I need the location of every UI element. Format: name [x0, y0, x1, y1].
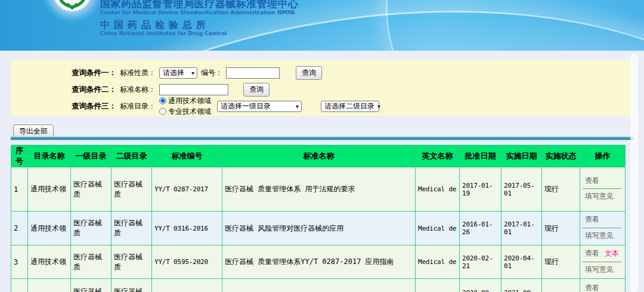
cell-approve-date: 2017-01-19: [460, 167, 501, 212]
search-panel: 查询条件一： 标准性质： 请选择 ▾ 编号： 查询 查询条件二： 标准名称： 查…: [11, 60, 633, 116]
view-link[interactable]: 查看: [585, 176, 599, 186]
cell-impl-date: 2020-04-01: [501, 246, 542, 279]
column-header-seq: 序号: [11, 145, 28, 167]
condition-1-label: 查询条件一：: [72, 68, 116, 78]
cell-impl-date: 2017-05-01: [501, 167, 542, 212]
radio-general-tech-domain[interactable]: 通用技术领域: [159, 96, 211, 106]
cell-std-no: YY/T 0316-2016: [152, 212, 222, 246]
chevron-down-icon: ▾: [191, 70, 194, 76]
page: 国家药品监督管理局医疗器械标准管理中心 Center for Medical D…: [0, 0, 644, 292]
feedback-link[interactable]: 填写意见: [585, 231, 614, 240]
std-nature-select-value: 请选择: [163, 68, 184, 78]
level2-catalog-select[interactable]: 请选择二级目录 ▾: [321, 101, 379, 112]
org-titles: 国家药品监督管理局医疗器械标准管理中心 Center for Medical D…: [100, 0, 299, 37]
cell-approve-date: 2016-01-26: [460, 212, 501, 246]
site-header: 国家药品监督管理局医疗器械标准管理中心 Center for Medical D…: [0, 0, 644, 51]
cell-std-name: 医疗器械 风险管理对医疗器械的应用: [222, 212, 416, 246]
view-link[interactable]: 查看: [585, 249, 599, 259]
table-row: 3 通用技术领 医疗器械质 医疗器械质 YY/T 0595-2020 医疗器械 …: [11, 246, 626, 279]
cell-seq: 3: [11, 246, 28, 279]
std-name-label: 标准名称：: [120, 85, 156, 95]
cell-std-name: 医疗器械 质量管理体系 用于法规的要求: [222, 167, 416, 212]
section-divider: [11, 136, 633, 140]
feedback-link[interactable]: 填写意见: [585, 265, 614, 274]
std-catalog-label: 标准目录：: [120, 101, 156, 111]
feedback-link[interactable]: 填写意见: [585, 192, 614, 200]
cell-status: 现行: [542, 212, 580, 246]
cell-impl-date: 2021-09-01: [501, 279, 542, 292]
radio-general-tech-label: 通用技术领域: [168, 96, 211, 106]
search-button-1[interactable]: 查询: [296, 66, 322, 80]
column-header-approve-date: 批准日期: [460, 145, 501, 167]
cell-catalog: 通用技术领: [28, 167, 71, 212]
view-link[interactable]: 查看: [585, 215, 599, 225]
cell-operations: 查看 填写意见: [580, 279, 626, 292]
std-number-input[interactable]: [226, 67, 280, 79]
view-link[interactable]: 查看: [585, 284, 599, 292]
search-button-2[interactable]: 查询: [243, 83, 270, 97]
radio-professional-tech-domain[interactable]: 专业技术领域: [159, 107, 211, 117]
search-condition-2-row: 查询条件二： 标准名称： 查询: [72, 83, 270, 96]
nmpa-wreath-logo-icon: [52, 0, 92, 12]
standards-table: 序号 目录名称 一级目录 二级目录 标准编号 标准名称 英文名称 批准日期 实施…: [11, 145, 626, 292]
cell-en-name: Medical de: [416, 167, 460, 212]
std-nature-select[interactable]: 请选择 ▾: [159, 67, 197, 79]
cell-seq: 2: [11, 212, 28, 246]
cell-seq: 1: [11, 167, 28, 212]
org-title-cn: 国家药品监督管理局医疗器械标准管理中心: [100, 0, 299, 10]
org-subtitle-cn: 中国药品检验总所: [100, 19, 299, 30]
table-row: 4 通用技术领 医疗器械质 医疗器械质 YY/T 0664-2020 医疗器械软…: [11, 279, 626, 292]
radio-professional-tech-input[interactable]: [159, 108, 166, 115]
std-name-input[interactable]: [159, 84, 228, 95]
column-header-en-name: 英文名称: [416, 145, 460, 167]
domain-radio-group: 通用技术领域 专业技术领域: [159, 96, 211, 117]
column-header-level2: 二级目录: [112, 145, 152, 167]
column-header-operations: 操作: [580, 145, 626, 167]
cell-impl-date: 2017-01-01: [501, 212, 542, 246]
cell-std-no: YY/T 0595-2020: [152, 246, 222, 279]
text-link[interactable]: 文本: [605, 249, 619, 257]
cell-level1: 医疗器械质: [71, 212, 112, 246]
cell-status: 现行: [542, 167, 580, 212]
cell-level2: 医疗器械质: [112, 167, 152, 212]
radio-professional-tech-label: 专业技术领域: [168, 107, 211, 117]
cell-approve-date: 2020-02-21: [460, 246, 501, 279]
column-header-catalog: 目录名称: [28, 145, 71, 167]
org-subtitle-en: China National Institutes for Drug Contr…: [100, 30, 299, 37]
search-condition-1-row: 查询条件一： 标准性质： 请选择 ▾ 编号： 查询: [72, 66, 322, 79]
table-row: 1 通用技术领 医疗器械质 医疗器械质 YY/T 0287-2017 医疗器械 …: [11, 167, 626, 212]
cell-en-name: Medical de: [416, 279, 460, 292]
condition-3-label: 查询条件三：: [72, 101, 116, 111]
cell-level2: 医疗器械质: [112, 279, 152, 292]
column-header-level1: 一级目录: [71, 145, 112, 167]
cell-operations: 查看 填写意见: [580, 212, 626, 246]
cell-std-name: 医疗器械 质量管理体系YY/T 0287-2017 应用指南: [222, 246, 416, 279]
cell-level1: 医疗器械质: [71, 246, 112, 279]
cell-en-name: Medical de: [416, 212, 460, 246]
scrollbar-track[interactable]: [630, 54, 638, 292]
cell-operations: 查看文本 填写意见: [580, 246, 626, 279]
wreath-icon: [52, 0, 92, 12]
cell-seq: 4: [11, 279, 28, 292]
cell-status: 现行: [542, 246, 580, 279]
chevron-down-icon: ▾: [296, 103, 299, 110]
condition-2-label: 查询条件二：: [72, 85, 116, 95]
column-header-std-no: 标准编号: [152, 145, 222, 167]
cell-operations: 查看 填写意见: [580, 167, 626, 212]
cell-en-name: Medical de: [416, 246, 460, 279]
cell-level2: 医疗器械质: [112, 212, 152, 246]
cell-std-no: YY/T 0664-2020: [152, 279, 222, 292]
cell-std-no: YY/T 0287-2017: [152, 167, 222, 212]
column-header-impl-date: 实施日期: [501, 145, 542, 167]
column-header-std-name: 标准名称: [222, 145, 416, 167]
cell-catalog: 通用技术领: [28, 212, 71, 246]
table-row: 2 通用技术领 医疗器械质 医疗器械质 YY/T 0316-2016 医疗器械 …: [11, 212, 626, 246]
radio-general-tech-input[interactable]: [159, 97, 166, 104]
search-condition-3-row: 查询条件三： 标准目录： 通用技术领域 专业技术领域 请选择一级目录 ▾ 请选择…: [72, 97, 379, 115]
level1-catalog-select[interactable]: 请选择一级目录 ▾: [217, 101, 302, 112]
cell-std-name: 医疗器械软件 软件生存周期过程: [222, 279, 416, 292]
cell-approve-date: 2020-09-27: [460, 279, 501, 292]
std-number-label: 编号：: [201, 68, 222, 78]
std-nature-label: 标准性质：: [120, 68, 156, 78]
table-header-row: 序号 目录名称 一级目录 二级目录 标准编号 标准名称 英文名称 批准日期 实施…: [11, 145, 626, 167]
